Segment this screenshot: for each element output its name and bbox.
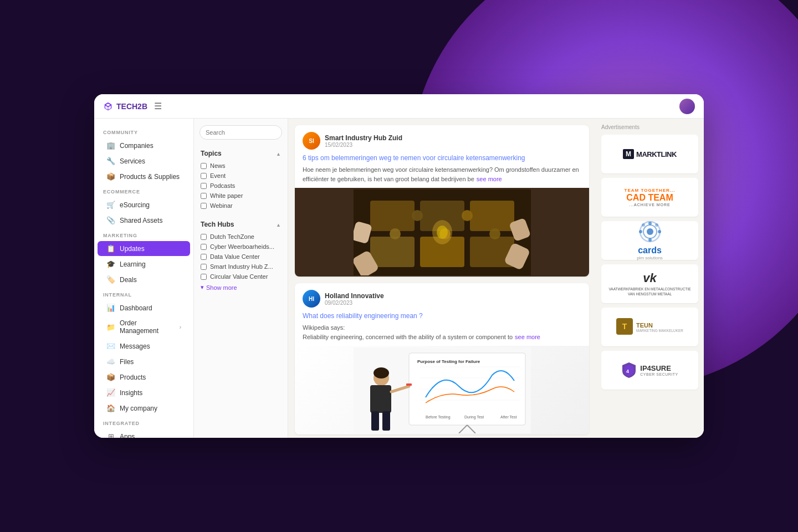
sidebar-item-deals-label: Deals: [120, 276, 137, 284]
webinar-label: Webinar: [210, 202, 233, 209]
circular-checkbox[interactable]: [201, 274, 207, 280]
products-supplies-icon: 📦: [106, 172, 115, 181]
svg-text:After Test: After Test: [500, 415, 516, 419]
feed-card-1-title[interactable]: 6 tips om belemmeringen weg te nemen voo…: [295, 154, 589, 165]
section-ecommerce: ECOMMERCE: [94, 185, 193, 197]
learning-icon: 🎓: [106, 260, 115, 268]
teun-hex: T: [616, 318, 633, 335]
vk-logo: vk: [643, 271, 656, 285]
feed-card-2-org-info: Holland Innovative 09/02/2023: [325, 292, 384, 306]
filter-data-value[interactable]: Data Value Center: [194, 252, 288, 262]
sidebar-item-apps[interactable]: ⊞ Apps: [98, 429, 190, 438]
event-checkbox[interactable]: [201, 173, 207, 179]
sidebar-item-insights[interactable]: 📈 Insights: [98, 385, 190, 400]
news-label: News: [210, 162, 226, 169]
svg-rect-4: [370, 237, 415, 267]
app-window: TECH2B ☰ COMMUNITY 🏢 Companies 🔧 Service…: [94, 94, 704, 438]
sidebar-item-services[interactable]: 🔧 Services: [98, 154, 190, 168]
filter-cyber[interactable]: Cyber Weerboarheids...: [194, 242, 288, 252]
feed-card-2-title[interactable]: What does reliability engineering mean ?: [295, 312, 589, 323]
topbar-right: [679, 99, 695, 114]
svg-point-9: [390, 228, 401, 239]
topics-header[interactable]: Topics: [194, 146, 288, 161]
sidebar-item-my-company[interactable]: 🏠 My company: [98, 401, 190, 416]
updates-icon: 📋: [106, 244, 115, 253]
filter-white-paper[interactable]: White paper: [194, 191, 288, 201]
webinar-checkbox[interactable]: [201, 203, 207, 209]
dutch-techzone-label: Dutch TechZone: [210, 233, 254, 240]
feed-card-1-org-info: Smart Industry Hub Zuid 15/02/2023: [325, 134, 402, 148]
feed-card-2-see-more[interactable]: see more: [515, 334, 540, 340]
sidebar-item-products-label: Products: [120, 374, 146, 381]
sidebar-item-learning[interactable]: 🎓 Learning: [98, 257, 190, 272]
logo-icon: [103, 101, 113, 111]
ad-vanhengstum-content: vk VAATWERKFABRIEK EN METAALCONSTRUCTIEV…: [608, 271, 690, 296]
ad-cadteam[interactable]: TEAM TOGETHER... CAD TEAM ...ACHIEVE MOR…: [601, 178, 698, 217]
filter-dutch-techzone[interactable]: Dutch TechZone: [194, 232, 288, 242]
sidebar-item-files-label: Files: [120, 358, 134, 366]
news-checkbox[interactable]: [201, 163, 207, 169]
white-paper-checkbox[interactable]: [201, 193, 207, 199]
svg-point-45: [655, 223, 658, 227]
data-value-checkbox[interactable]: [201, 254, 207, 260]
sidebar-item-shared-assets[interactable]: 📎 Shared Assets: [98, 213, 190, 228]
feed-card-1-see-more[interactable]: see more: [477, 176, 502, 182]
presentation-image: Purpose of Testing for Failure Before Te…: [354, 347, 531, 433]
smart-industry-checkbox[interactable]: [201, 264, 207, 270]
svg-point-41: [658, 230, 661, 233]
sidebar-item-products[interactable]: 📦 Products: [98, 370, 190, 385]
feed-card-1-avatar: SI: [303, 132, 320, 150]
ads-panel: Advertisements M MARKTLINK TEAM TOGETHER…: [596, 119, 704, 438]
cyber-checkbox[interactable]: [201, 244, 207, 250]
teun-sub: MARKETING MAKKELUKER: [636, 329, 683, 332]
sidebar-item-products-supplies[interactable]: 📦 Products & Supplies: [98, 169, 190, 184]
sidebar-item-learning-label: Learning: [120, 260, 146, 268]
data-value-label: Data Value Center: [210, 253, 260, 260]
sidebar-item-companies[interactable]: 🏢 Companies: [98, 138, 190, 153]
show-more-button[interactable]: ▾ Show more: [194, 282, 288, 293]
sidebar-item-messages[interactable]: ✉️ Messages: [98, 339, 190, 354]
filter-circular[interactable]: Circular Value Center: [194, 272, 288, 282]
filter-webinar[interactable]: Webinar: [194, 201, 288, 211]
ad-cadteam-content: TEAM TOGETHER... CAD TEAM ...ACHIEVE MOR…: [625, 188, 676, 207]
logo-text: TECH2B: [116, 102, 147, 111]
ads-label: Advertisements: [601, 124, 698, 130]
dutch-techzone-checkbox[interactable]: [201, 234, 207, 240]
my-company-icon: 🏠: [106, 404, 115, 412]
sidebar-item-updates[interactable]: 📋 Updates: [98, 241, 190, 256]
podcasts-checkbox[interactable]: [201, 183, 207, 189]
hamburger-button[interactable]: ☰: [154, 101, 162, 111]
filter-news[interactable]: News: [194, 161, 288, 171]
ad-cards-plm[interactable]: cards plm solutions: [601, 221, 698, 260]
ad-marktlink-content: M MARKTLINK: [623, 149, 677, 159]
ad-ip4sure-content: 4 IP4SURE CYBER SECURITY: [621, 361, 678, 379]
svg-point-7: [412, 210, 423, 221]
sidebar-item-dashboard[interactable]: 📊 Dashboard: [98, 300, 190, 315]
sidebar-item-deals[interactable]: 🏷️ Deals: [98, 272, 190, 287]
tech-hubs-header[interactable]: Tech Hubs: [194, 217, 288, 232]
sidebar-item-files[interactable]: ☁️ Files: [98, 354, 190, 369]
svg-text:4: 4: [626, 369, 629, 374]
cyber-label: Cyber Weerboarheids...: [210, 243, 274, 250]
ad-marktlink[interactable]: M MARKTLINK: [601, 135, 698, 173]
tech-hubs-chevron: [276, 221, 281, 228]
esourcing-icon: 🛒: [106, 201, 115, 209]
filter-podcasts[interactable]: Podcasts: [194, 181, 288, 191]
ad-teun[interactable]: T TEUN MARKETING MAKKELUKER: [601, 308, 698, 346]
sidebar-item-order-management[interactable]: 📁 Order Management ›: [98, 316, 190, 338]
ad-cadteam-main: CAD TEAM: [626, 193, 673, 203]
filter-smart-industry[interactable]: Smart Industry Hub Z...: [194, 262, 288, 272]
ad-ip4sure[interactable]: 4 IP4SURE CYBER SECURITY: [601, 351, 698, 390]
tech-hubs-section: Tech Hubs Dutch TechZone Cyber Weerboarh…: [194, 217, 288, 293]
topics-chevron: [276, 150, 281, 157]
user-avatar[interactable]: [679, 99, 695, 114]
sidebar-item-esourcing[interactable]: 🛒 eSourcing: [98, 197, 190, 212]
search-input[interactable]: [200, 125, 282, 140]
products-icon: 📦: [106, 373, 115, 381]
puzzle-image: [354, 190, 531, 275]
ad-vanhengstum[interactable]: vk VAATWERKFABRIEK EN METAALCONSTRUCTIEV…: [601, 264, 698, 303]
companies-icon: 🏢: [106, 141, 115, 150]
filter-event[interactable]: Event: [194, 171, 288, 181]
sidebar-item-apps-label: Apps: [120, 433, 135, 438]
svg-rect-32: [371, 411, 379, 431]
